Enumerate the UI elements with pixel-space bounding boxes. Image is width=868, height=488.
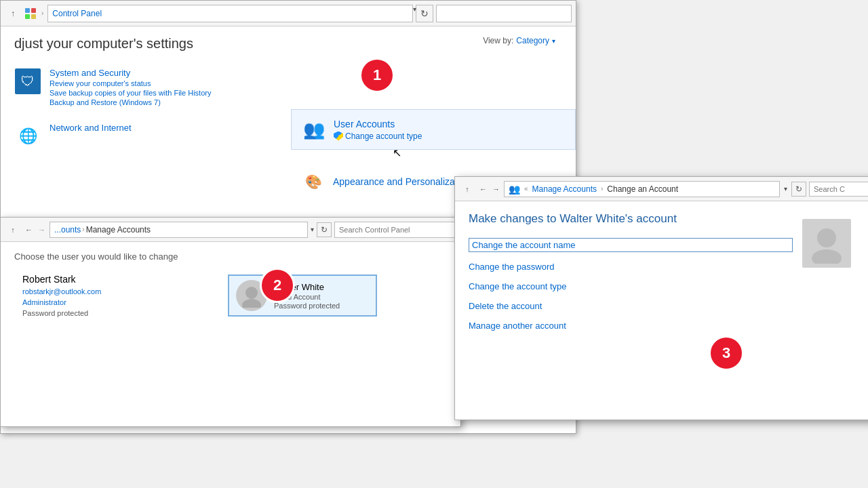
step-badge-1: 1 xyxy=(359,58,395,93)
change-breadcrumb[interactable]: 👥 « Manage Accounts › Change an Account xyxy=(504,181,780,197)
view-by-label: View by: xyxy=(483,36,513,45)
change-breadcrumb-current: Change an Account xyxy=(607,184,678,194)
svg-rect-2 xyxy=(25,14,30,19)
manage-breadcrumb-controls: ▾ xyxy=(311,226,314,233)
dropdown-arrow[interactable]: ▾ xyxy=(413,5,416,13)
review-status-link[interactable]: Review your computer's status xyxy=(50,79,211,87)
robert-name: Robert Stark xyxy=(22,274,206,285)
view-by: View by: Category ▾ xyxy=(483,36,555,45)
change-right-panel xyxy=(793,212,861,331)
change-links-list: Change the account name Change the passw… xyxy=(469,238,793,331)
change-forward-button[interactable]: → xyxy=(491,185,501,193)
manage-breadcrumb-parent[interactable]: ...ounts xyxy=(54,225,81,235)
user-accounts-box: 👥 User Accounts Change account type xyxy=(291,109,576,150)
change-account-name-link[interactable]: Change the account name xyxy=(469,238,793,252)
change-manage-accounts-icon: 👥 xyxy=(509,184,520,195)
change-account-window: ↑ ← → 👥 « Manage Accounts › Change an Ac… xyxy=(454,176,868,420)
change-back-button[interactable]: ← xyxy=(478,185,488,193)
svg-point-6 xyxy=(817,228,836,247)
svg-point-5 xyxy=(242,299,261,308)
change-account-type-link[interactable]: Change account type xyxy=(334,131,422,141)
change-left-panel: Make changes to Walter White's account C… xyxy=(469,212,793,331)
network-globe-icon: 🌐 xyxy=(15,123,41,149)
walter-pw-status: Password protected xyxy=(274,302,340,310)
manage-another-account-link[interactable]: Manage another account xyxy=(469,321,793,331)
manage-up-button[interactable]: ↑ xyxy=(5,222,21,238)
svg-rect-3 xyxy=(31,14,36,19)
manage-breadcrumb-current: Manage Accounts xyxy=(86,225,151,235)
walter-white-card[interactable]: Walter White Local Account Password prot… xyxy=(228,274,377,317)
change-up-button[interactable]: ↑ xyxy=(459,181,475,197)
system-security-item: 🛡 System and Security Review your comput… xyxy=(14,62,299,112)
system-security-section: 🛡 System and Security Review your comput… xyxy=(14,62,562,112)
appearance-icon: 🎨 xyxy=(300,169,326,195)
user-accounts-links: User Accounts Change account type xyxy=(334,119,422,141)
manage-address-bar: ↑ ← → ...ounts › Manage Accounts ▾ ↻ xyxy=(1,218,460,242)
up-button[interactable]: ↑ xyxy=(5,5,21,22)
search-input[interactable] xyxy=(436,5,572,22)
manage-subtitle: Choose the user you would like to change xyxy=(14,251,447,262)
breadcrumb-sep-icon: › xyxy=(41,9,43,17)
user-accounts-title[interactable]: User Accounts xyxy=(334,119,422,129)
robert-password-status: Password protected xyxy=(22,309,206,317)
manage-refresh[interactable]: ↻ xyxy=(317,222,332,237)
change-breadcrumb-parent[interactable]: Manage Accounts xyxy=(532,184,597,194)
svg-rect-1 xyxy=(31,8,36,13)
manage-back-button[interactable]: ← xyxy=(24,226,34,234)
manage-accounts-window: ↑ ← → ...ounts › Manage Accounts ▾ ↻ Cho… xyxy=(0,217,461,427)
dropdown-chevron-icon[interactable]: ▾ xyxy=(552,37,555,45)
change-dropdown-arrow[interactable]: ▾ xyxy=(783,185,789,192)
system-security-title[interactable]: System and Security xyxy=(50,68,211,78)
manage-forward-button[interactable]: → xyxy=(37,226,47,234)
view-by-dropdown[interactable]: Category xyxy=(516,36,549,45)
svg-point-4 xyxy=(245,287,258,299)
user-accounts-icon: 👥 xyxy=(301,117,327,142)
manage-breadcrumb-sep: › xyxy=(82,226,84,233)
manage-breadcrumb[interactable]: ...ounts › Manage Accounts xyxy=(50,222,308,238)
user-accounts-item: 👥 User Accounts Change account type xyxy=(301,117,566,142)
address-breadcrumb[interactable]: Control Panel xyxy=(47,5,413,22)
change-password-link[interactable]: Change the password xyxy=(469,262,793,272)
network-icon: 🌐 xyxy=(14,123,41,150)
system-security-icon: 🛡 xyxy=(14,68,41,95)
window-icon xyxy=(24,7,37,20)
change-account-type-link[interactable]: Change the account type xyxy=(469,281,793,291)
svg-point-7 xyxy=(812,249,842,264)
accounts-list: Robert Stark robstarkjr@outlook.com Admi… xyxy=(14,268,447,323)
address-bar: ↑ › Control Panel ▾ ↻ xyxy=(1,1,576,26)
robert-stark-info: Robert Stark robstarkjr@outlook.com Admi… xyxy=(14,268,214,323)
step-badge-3: 3 xyxy=(709,336,744,371)
shield-computer-icon: 🛡 xyxy=(15,68,41,94)
manage-dropdown-arrow[interactable]: ▾ xyxy=(311,226,314,233)
network-links: Network and Internet xyxy=(50,123,132,133)
appearance-title[interactable]: Appearance and Personalization xyxy=(333,176,470,187)
backup-link[interactable]: Save backup copies of your files with Fi… xyxy=(50,89,211,97)
network-internet-item: 🌐 Network and Internet xyxy=(14,117,299,155)
manage-main-content: Choose the user you would like to change… xyxy=(1,242,460,332)
step-badge-2: 2 xyxy=(260,268,295,303)
breadcrumb-control-panel[interactable]: Control Panel xyxy=(52,9,102,18)
page-title: djust your computer's settings xyxy=(14,36,562,52)
manage-search-input[interactable] xyxy=(334,222,456,238)
refresh-button[interactable]: ↻ xyxy=(416,5,433,22)
change-page-title: Make changes to Walter White's account xyxy=(469,212,793,226)
change-search-input[interactable] xyxy=(809,182,868,197)
change-refresh[interactable]: ↻ xyxy=(791,182,806,197)
system-security-links: System and Security Review your computer… xyxy=(50,68,211,106)
delete-account-link[interactable]: Delete the account xyxy=(469,301,793,311)
svg-rect-0 xyxy=(25,8,30,13)
change-main-content: Make changes to Walter White's account C… xyxy=(455,201,868,342)
network-internet-title[interactable]: Network and Internet xyxy=(50,123,132,133)
robert-type: Administrator xyxy=(22,298,206,306)
backup-restore-link[interactable]: Backup and Restore (Windows 7) xyxy=(50,98,211,106)
uac-shield-icon xyxy=(334,131,343,141)
robert-email: robstarkjr@outlook.com xyxy=(22,287,206,296)
change-account-avatar xyxy=(802,219,851,268)
change-address-bar: ↑ ← → 👥 « Manage Accounts › Change an Ac… xyxy=(455,177,868,201)
